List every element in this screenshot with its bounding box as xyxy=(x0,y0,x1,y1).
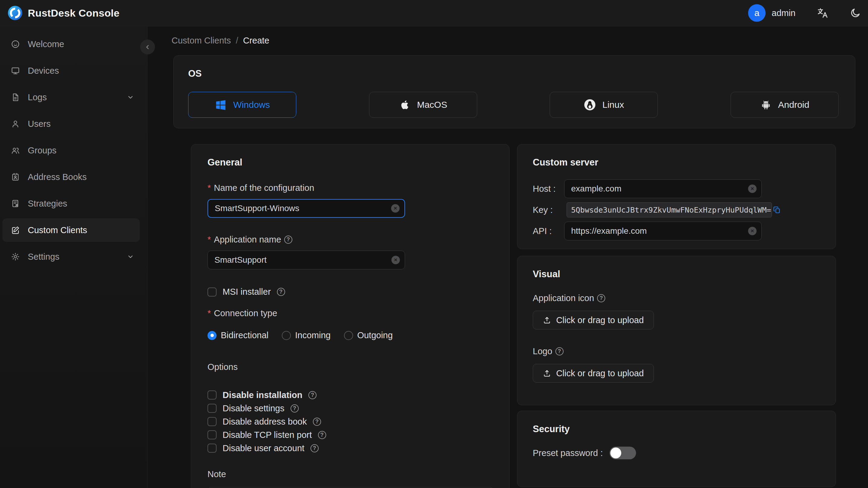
sidebar-item-users[interactable]: Users xyxy=(2,112,140,135)
windows-icon xyxy=(214,98,227,111)
chevron-down-icon[interactable] xyxy=(127,93,134,101)
clear-icon[interactable]: ✕ xyxy=(392,256,400,264)
sidebar-item-logs[interactable]: Logs xyxy=(2,86,140,109)
config-name-input-wrap: ✕ xyxy=(208,199,405,218)
avatar-letter: a xyxy=(754,8,760,18)
topbar-right: a admin xyxy=(748,4,861,22)
radio-label[interactable]: Bidirectional xyxy=(221,330,269,340)
key-label: Key : xyxy=(533,205,564,215)
preset-password-toggle[interactable] xyxy=(610,447,636,459)
app-title: RustDesk Console xyxy=(28,7,120,19)
host-row: Host : ✕ xyxy=(533,179,820,198)
radio-outgoing[interactable] xyxy=(344,331,353,340)
sidebar-item-strategies[interactable]: Strategies xyxy=(2,192,140,215)
users-icon xyxy=(11,146,20,155)
gear-icon xyxy=(11,252,20,261)
option-disable-tcp-listen-port: Disable TCP listen port ? xyxy=(208,428,493,441)
user-avatar[interactable]: a xyxy=(748,4,766,22)
help-icon[interactable]: ? xyxy=(555,347,564,356)
address-book-icon xyxy=(11,173,20,182)
sidebar-item-label: Custom Clients xyxy=(28,225,87,235)
api-input-wrap: ✕ xyxy=(564,222,762,240)
os-button-macos[interactable]: MacOS xyxy=(369,92,477,118)
disable-address-book-checkbox[interactable] xyxy=(208,417,217,426)
help-icon[interactable]: ? xyxy=(597,294,605,302)
disable-tcp-listen-port-checkbox[interactable] xyxy=(208,430,217,439)
sidebar-item-address-books[interactable]: Address Books xyxy=(2,165,140,189)
radio-incoming[interactable] xyxy=(282,331,291,340)
option-disable-address-book: Disable address book ? xyxy=(208,415,493,428)
general-card: General * Name of the configuration ✕ * … xyxy=(191,144,509,488)
radio-bidirectional[interactable] xyxy=(208,331,217,340)
disable-user-account-checkbox[interactable] xyxy=(208,444,217,453)
clear-icon[interactable]: ✕ xyxy=(748,184,756,193)
os-button-android[interactable]: Android xyxy=(731,92,839,118)
sidebar-item-custom-clients[interactable]: Custom Clients xyxy=(2,218,140,242)
sidebar-item-welcome[interactable]: Welcome xyxy=(2,32,140,56)
os-button-linux[interactable]: Linux xyxy=(550,92,658,118)
app-name-input[interactable] xyxy=(208,251,405,269)
sidebar-item-settings[interactable]: Settings xyxy=(2,245,140,269)
sidebar-item-label: Devices xyxy=(28,66,59,76)
radio-label[interactable]: Incoming xyxy=(295,330,331,340)
sidebar-item-label: Strategies xyxy=(28,199,67,209)
api-input[interactable] xyxy=(564,222,762,240)
disable-settings-checkbox[interactable] xyxy=(208,404,217,413)
disable-installation-checkbox[interactable] xyxy=(208,391,217,399)
option-disable-user-account: Disable user account ? xyxy=(208,441,493,455)
logo-label: Logo ? xyxy=(533,346,820,356)
required-marker: * xyxy=(208,308,211,318)
help-icon[interactable]: ? xyxy=(313,418,321,426)
copy-icon[interactable] xyxy=(773,206,781,214)
toggle-knob xyxy=(610,448,621,458)
os-options-row: Windows MacOS Linux xyxy=(188,92,839,118)
android-icon xyxy=(760,99,772,111)
logo-upload-button[interactable]: Click or drag to upload xyxy=(533,364,654,383)
username: admin xyxy=(772,8,796,18)
host-input[interactable] xyxy=(564,180,762,198)
dark-mode-moon-icon[interactable] xyxy=(850,7,861,19)
os-button-label: MacOS xyxy=(417,100,447,110)
app-name-input-wrap: ✕ xyxy=(208,251,405,269)
option-label: Disable user account xyxy=(223,443,304,453)
edit-square-icon xyxy=(11,225,20,235)
breadcrumb: Custom Clients / Create xyxy=(172,36,270,45)
os-button-windows[interactable]: Windows xyxy=(188,92,296,118)
clear-icon[interactable]: ✕ xyxy=(391,204,400,213)
sidebar-collapse-button[interactable] xyxy=(140,39,155,54)
option-disable-installation: Disable installation ? xyxy=(208,388,493,402)
strategy-icon xyxy=(11,199,20,208)
breadcrumb-parent[interactable]: Custom Clients xyxy=(172,36,231,45)
option-label: Disable TCP listen port xyxy=(223,430,312,440)
radio-label[interactable]: Outgoing xyxy=(357,330,393,340)
options-list: Disable installation ? Disable settings … xyxy=(208,388,493,455)
help-icon[interactable]: ? xyxy=(290,404,299,413)
key-value: 5Qbwsde3unUcJBtrx9ZkvUmwFNoExHzpryHuPUdq… xyxy=(571,206,771,214)
sidebar-item-devices[interactable]: Devices xyxy=(2,59,140,83)
help-icon[interactable]: ? xyxy=(310,444,319,452)
key-row: Key : 5Qbwsde3unUcJBtrx9ZkvUmwFNoExHzpry… xyxy=(533,202,820,217)
linux-penguin-icon xyxy=(584,98,596,111)
help-icon[interactable]: ? xyxy=(318,431,326,439)
option-label: Disable address book xyxy=(223,417,307,427)
os-button-label: Linux xyxy=(602,100,624,110)
connection-type-label: * Connection type xyxy=(208,308,493,318)
msi-installer-checkbox[interactable] xyxy=(208,287,217,297)
chevron-left-icon xyxy=(144,43,151,51)
help-icon[interactable]: ? xyxy=(277,288,285,296)
application-icon-upload-button[interactable]: Click or drag to upload xyxy=(533,311,654,330)
security-card-title: Security xyxy=(533,424,820,434)
help-icon[interactable]: ? xyxy=(284,236,292,244)
sidebar-item-label: Settings xyxy=(28,252,60,262)
config-name-input[interactable] xyxy=(208,200,404,217)
sidebar-item-label: Groups xyxy=(28,146,57,155)
chevron-down-icon[interactable] xyxy=(127,253,134,261)
clear-icon[interactable]: ✕ xyxy=(748,227,756,235)
upload-icon xyxy=(543,316,551,324)
os-button-label: Android xyxy=(778,100,809,110)
required-marker: * xyxy=(208,235,211,245)
sidebar-item-groups[interactable]: Groups xyxy=(2,139,140,162)
help-icon[interactable]: ? xyxy=(308,391,316,399)
language-icon[interactable] xyxy=(817,7,829,19)
brand: RustDesk Console xyxy=(7,5,120,21)
